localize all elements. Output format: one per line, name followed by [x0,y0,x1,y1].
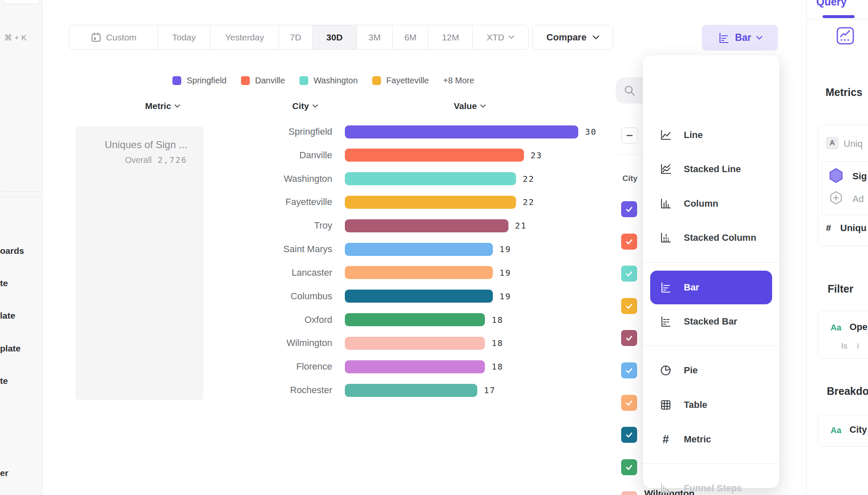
bar[interactable] [345,290,493,303]
legend-item[interactable]: Danville [241,76,285,85]
filter-field: Ope [849,322,868,333]
bar-chart-icon [659,281,672,294]
menu-item-label: Metric [684,434,711,445]
add-event-icon[interactable] [828,190,844,205]
query-panel: Query Metrics A Uniq Sig Ad # Uniqu Filt… [806,0,868,495]
chart-type-button[interactable]: Bar [702,25,778,51]
menu-item-stacked-column[interactable]: Stacked Column [643,221,779,255]
date-range-30d[interactable]: 30D [312,25,357,49]
bar-value-label: 30 [585,127,597,137]
date-range-yesterday[interactable]: Yesterday [210,25,279,49]
add-event-label[interactable]: Ad [852,194,864,205]
compare-button[interactable]: Compare [532,25,613,50]
menu-item-label: Stacked Line [684,164,741,175]
tab-query[interactable]: Query [816,0,847,8]
city-checkbox-checked[interactable] [621,298,637,314]
city-checkbox-checked[interactable] [621,395,637,411]
breakdown-card[interactable]: Aa City [818,415,868,447]
sidebar-item-partial[interactable]: te [0,278,8,288]
menu-item-stacked-bar[interactable]: Stacked Bar [643,305,779,338]
search-icon [623,84,636,97]
date-range-label: 30D [326,32,343,43]
menu-item-stacked-line[interactable]: Stacked Line [643,152,779,186]
date-range-6m[interactable]: 6M [393,25,429,49]
metric-card[interactable]: Uniques of Sign ... Overall2,726 [75,126,204,400]
sidebar-search-input[interactable] [3,0,40,4]
sidebar-item-partial[interactable]: er [0,468,8,478]
column-header-metric[interactable]: Metric [145,101,180,111]
bar-category-label: Springfield [202,126,332,137]
city-checkbox-checked[interactable] [621,459,637,475]
menu-item-column[interactable]: Column [643,187,779,221]
date-range-today[interactable]: Today [158,25,211,49]
legend-more[interactable]: +8 More [443,76,474,85]
sidebar-dotted-divider [2,197,40,197]
date-range-custom[interactable]: Custom [69,25,158,49]
bar-row: Fayetteville22 [202,191,535,213]
city-checkbox-checked[interactable] [621,234,637,250]
select-all-checkbox[interactable] [621,128,638,144]
city-checkbox-checked[interactable] [621,427,637,443]
legend-item[interactable]: Springfield [172,76,227,85]
filter-card[interactable]: Aa Ope Is i [818,311,868,359]
bar-value-label: 17 [484,385,496,395]
bar[interactable] [345,219,508,232]
compare-label: Compare [546,32,586,43]
bar[interactable] [345,125,578,138]
bar-row: Washington22 [202,168,535,190]
bar[interactable] [345,313,485,326]
keyboard-shortcut-hint: ⌘ + K [4,33,40,43]
bar-category-label: Washington [202,173,332,184]
sidebar-item-partial[interactable]: oards [0,246,24,256]
menu-item-metric[interactable]: #Metric [643,423,779,456]
bar[interactable] [345,243,493,256]
bar[interactable] [345,266,493,279]
panel-divider [807,19,868,19]
city-checkbox-checked[interactable] [621,201,637,217]
bar[interactable] [345,149,524,162]
date-range-12m[interactable]: 12M [429,25,473,49]
date-range-7d[interactable]: 7D [279,25,312,49]
breakdown-field: City [849,424,867,435]
bar-row: Columbus19 [202,285,511,308]
date-range-label: 6M [404,32,416,43]
funnel-icon [659,482,672,495]
sidebar-item-partial[interactable]: late [0,311,15,321]
city-checkbox-checked[interactable] [621,330,637,346]
date-range-3m[interactable]: 3M [357,25,393,49]
date-range-xtd[interactable]: XTD [473,25,528,49]
bar-category-label: Oxford [202,314,332,325]
legend-label: Danville [255,76,285,85]
bar-value-label: 21 [515,221,527,231]
menu-item-label: Bar [684,282,699,293]
city-checkbox-checked[interactable] [621,266,637,282]
insights-chart-icon[interactable] [836,27,855,45]
legend-swatch [372,76,381,85]
legend-item[interactable]: Washington [299,76,358,85]
metrics-card: A Uniq Sig Ad # Uniqu [818,125,868,246]
chevron-down-icon [480,104,486,108]
bar[interactable] [345,196,516,209]
bar-value-label: 22 [523,197,535,207]
city-checkbox-checked[interactable] [621,362,637,378]
legend-item[interactable]: Fayetteville [372,76,429,85]
city-checkbox-checked[interactable] [621,491,637,495]
bar[interactable] [345,172,516,185]
menu-item-bar[interactable]: Bar [650,271,772,304]
bar-row: Florence18 [202,355,503,378]
sidebar-item-partial[interactable]: te [0,376,8,386]
bar-category-label: Columbus [202,291,332,302]
menu-item-line[interactable]: Line [643,118,779,152]
chevron-down-icon [175,104,180,108]
sidebar-item-partial[interactable]: plate [0,343,21,354]
column-header-value[interactable]: Value [454,101,486,111]
menu-item-pie[interactable]: Pie [643,354,779,387]
bar[interactable] [345,337,485,350]
bar-row: Springfield30 [202,120,597,143]
menu-item-table[interactable]: Table [643,388,779,422]
column-header-city[interactable]: City [292,101,318,111]
event-card[interactable]: Sig Ad [822,161,868,215]
bar-category-label: Danville [202,150,332,161]
bar[interactable] [345,384,477,397]
bar[interactable] [345,360,485,373]
